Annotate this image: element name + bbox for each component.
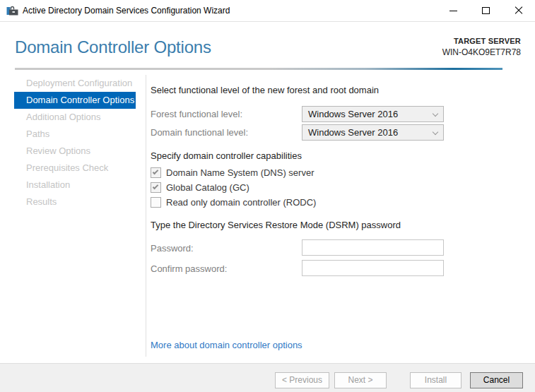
sidebar-separator (146, 75, 146, 357)
dsrm-heading: Type the Directory Services Restore Mode… (151, 220, 401, 230)
footer-bar: < Previous Next > Install Cancel (0, 363, 535, 392)
rodc-checkbox[interactable] (151, 197, 161, 208)
sidebar-item-prerequisites-check[interactable]: Prerequisites Check (14, 160, 136, 177)
domain-functional-level-label: Domain functional level: (151, 127, 248, 138)
cancel-button[interactable]: Cancel (470, 372, 523, 388)
window-title: Active Directory Domain Services Configu… (23, 0, 230, 21)
title-bar: Active Directory Domain Services Configu… (0, 0, 535, 22)
dns-checkbox-label: Domain Name System (DNS) server (166, 167, 314, 178)
target-server-label: TARGET SERVER (442, 37, 521, 45)
sidebar-item-domain-controller-options[interactable]: Domain Controller Options (14, 92, 136, 109)
confirm-password-field[interactable] (302, 260, 444, 276)
page-title: Domain Controller Options (15, 37, 211, 57)
checkmark-icon (153, 169, 158, 174)
functional-level-heading: Select functional level of the new fores… (151, 85, 379, 95)
forest-functional-level-label: Forest functional level: (151, 109, 242, 119)
domain-functional-level-dropdown[interactable]: Windows Server 2016 (302, 124, 444, 141)
forest-functional-level-value: Windows Server 2016 (308, 107, 398, 121)
dns-checkbox[interactable] (151, 167, 161, 178)
forest-functional-level-dropdown[interactable]: Windows Server 2016 (302, 106, 444, 122)
target-server-block: TARGET SERVER WIN-O4KO9ET7R78 (442, 37, 521, 57)
maximize-button[interactable] (470, 0, 502, 21)
minimize-button[interactable] (437, 0, 470, 21)
more-about-link[interactable]: More about domain controller options (151, 340, 302, 350)
next-button[interactable]: Next > (334, 372, 387, 388)
toolbox-icon (6, 5, 18, 17)
capabilities-heading: Specify domain controller capabilities (151, 150, 302, 161)
sidebar-item-installation[interactable]: Installation (14, 177, 136, 194)
sidebar-item-results[interactable]: Results (14, 194, 136, 210)
wizard-window: Active Directory Domain Services Configu… (0, 0, 535, 392)
checkmark-icon (153, 184, 158, 189)
chevron-down-icon (433, 111, 438, 117)
confirm-password-label: Confirm password: (151, 263, 227, 274)
password-field[interactable] (302, 239, 444, 256)
close-icon (515, 6, 523, 15)
maximize-icon (482, 7, 490, 14)
rodc-checkbox-label: Read only domain controller (RODC) (166, 197, 316, 208)
minimize-icon (449, 11, 457, 11)
install-button[interactable]: Install (410, 372, 461, 388)
close-button[interactable] (502, 0, 535, 21)
gc-checkbox[interactable] (151, 182, 161, 193)
sidebar-item-deployment-configuration[interactable]: Deployment Configuration (14, 75, 136, 92)
previous-button[interactable]: < Previous (275, 372, 329, 388)
domain-functional-level-value: Windows Server 2016 (308, 125, 398, 140)
sidebar-item-paths[interactable]: Paths (14, 126, 136, 143)
password-label: Password: (151, 243, 194, 254)
chevron-down-icon (433, 129, 438, 135)
header-divider (15, 68, 502, 70)
target-server-name: WIN-O4KO9ET7R78 (442, 47, 521, 57)
gc-checkbox-label: Global Catalog (GC) (166, 182, 249, 193)
sidebar-item-review-options[interactable]: Review Options (14, 143, 136, 160)
sidebar-item-additional-options[interactable]: Additional Options (14, 109, 136, 126)
